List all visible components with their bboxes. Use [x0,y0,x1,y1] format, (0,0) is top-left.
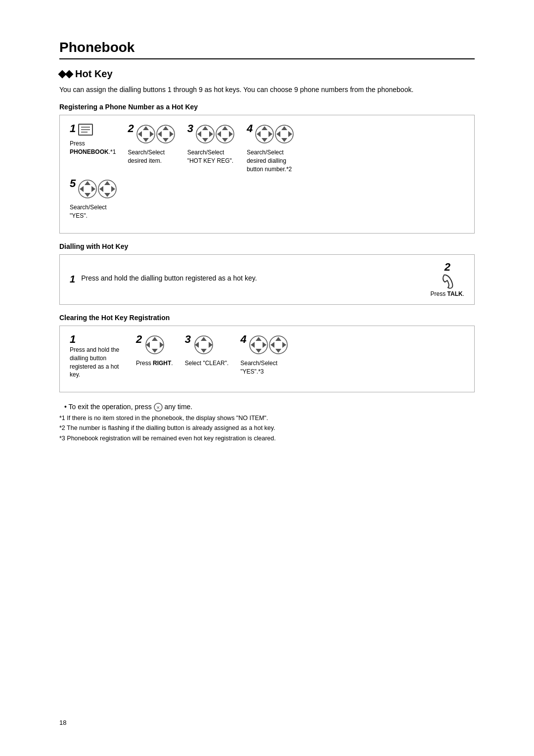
clearing-step3-dpad-svg [193,334,215,356]
step5-header: 5 [70,178,117,203]
step3-dpad-svg [195,123,235,145]
step3-dpad-icon [195,123,235,146]
clearing-steps-box: 1 Press and hold the dialling button reg… [59,326,475,392]
clearing-step3-dpad-icon [193,334,215,357]
clearing-step4-desc: Search/Select"YES".*3 [240,359,277,376]
step4-dpad-svg [255,123,294,145]
register-section-title: Registering a Phone Number as a Hot Key [59,103,475,111]
step5-number: 5 [70,178,76,189]
hotkey-intro: You can assign the dialling buttons 1 th… [59,85,475,95]
svg-marker-45 [152,337,158,341]
svg-text:✕: ✕ [156,405,160,410]
footnote-3: *3 Phonebook registration will be remain… [59,434,475,443]
svg-marker-13 [170,131,174,137]
hotkey-section-title: Hot Key [59,68,475,80]
phonebook-svg [78,123,93,136]
svg-marker-36 [85,193,90,197]
register-step-3: 3 Search/Select"HOT KEY REG". [187,123,235,165]
clearing-step2-dpad-icon [144,334,166,357]
svg-marker-50 [201,337,207,341]
step5-desc: Search/Select"YES". [70,203,107,220]
clearing-step4-number: 4 [240,334,246,345]
svg-marker-35 [85,181,90,185]
svg-marker-5 [143,126,149,130]
clearing-step1-desc: Press and hold the dialling button regis… [70,346,124,379]
svg-marker-61 [275,349,281,353]
step3-desc: Search/Select"HOT KEY REG". [187,148,233,165]
svg-marker-42 [99,186,103,192]
footnote-2: *2 The number is flashing if the diallin… [59,424,475,433]
step4-dpad-icon [255,123,294,146]
clearing-step-1: 1 Press and hold the dialling button reg… [70,334,124,379]
svg-marker-63 [282,342,286,348]
clearing-step4-dpad-svg [249,334,288,356]
step2-number: 2 [128,123,134,134]
register-step5-row: 5 Search/Select"Y [70,178,464,225]
svg-marker-31 [281,138,287,142]
footnote-1: *1 If there is no item stored in the pho… [59,414,475,423]
svg-marker-12 [158,131,162,137]
svg-marker-11 [163,138,169,142]
step5-dpad-icon [78,178,117,201]
notes-section: To exit the operation, press ✕ any time.… [59,401,475,443]
diamond-icon-2 [65,70,74,78]
clearing-step-3: 3 Select "CLEAR". [185,334,229,368]
svg-marker-27 [257,131,261,137]
svg-marker-7 [138,131,142,137]
svg-marker-37 [80,186,84,192]
svg-marker-28 [268,131,272,137]
dialling-step2-desc: Press TALK. [431,290,464,297]
dialling-step2-number: 2 [445,262,450,273]
svg-marker-18 [209,131,213,137]
clearing-step2-desc: Press RIGHT. [136,359,173,368]
dialling-step1: 1 Press and hold the dialling button reg… [70,274,416,285]
dialling-step1-text: Press and hold the dialling button regis… [81,274,257,282]
clearing-step4-dpad-icon [249,334,288,357]
clearing-step3-number: 3 [185,334,191,345]
clearing-step4-header: 4 [240,334,288,359]
clearing-section-title: Clearing the Hot Key Registration [59,314,475,322]
dialling-section-title: Dialling with Hot Key [59,242,475,250]
register-steps-box: 1 Press PHONEBOOK.*1 2 [59,115,475,234]
svg-marker-22 [217,131,221,137]
svg-marker-20 [222,126,228,130]
handset-icon [439,274,456,290]
svg-marker-43 [111,186,115,192]
hotkey-title-text: Hot Key [75,68,113,80]
clearing-step-2: 2 Press RIGHT. [136,334,173,368]
clearing-step3-header: 3 [185,334,215,359]
svg-marker-26 [262,138,267,142]
step5-dpad-svg [78,178,117,200]
page-number: 18 [59,719,66,726]
svg-marker-56 [256,349,262,353]
svg-marker-21 [222,138,228,142]
step2-dpad-svg [136,123,176,145]
clearing-step2-header: 2 [136,334,166,359]
step4-header: 4 [247,123,294,148]
svg-marker-30 [281,126,287,130]
svg-marker-57 [251,342,255,348]
svg-marker-46 [152,349,158,353]
step1-desc: Press PHONEBOOK.*1 [70,140,116,156]
svg-marker-25 [262,126,267,130]
step2-header: 2 [128,123,175,148]
dialling-box: 1 Press and hold the dialling button reg… [59,254,475,305]
svg-marker-41 [104,193,110,197]
step1-phonebook-bold: PHONEBOOK [70,148,109,155]
clearing-step2-dpad-svg [144,334,166,356]
dialling-step2: 2 Press TALK. [431,262,464,297]
svg-marker-8 [150,131,154,137]
svg-marker-51 [201,349,207,353]
diamond-icons [59,71,72,77]
register-step-5: 5 Search/Select"Y [70,178,117,220]
step1-phonebook-icon [78,123,93,138]
step2-desc: Search/Selectdesired item. [128,148,165,165]
svg-marker-60 [275,337,281,341]
svg-marker-10 [163,126,169,130]
step2-dpad-icon [136,123,176,146]
svg-marker-16 [202,138,208,142]
svg-marker-6 [143,138,149,142]
step3-header: 3 [187,123,235,148]
clearing-step3-desc: Select "CLEAR". [185,359,229,368]
clearing-step-4: 4 Search/Select"YES".*3 [240,334,288,376]
